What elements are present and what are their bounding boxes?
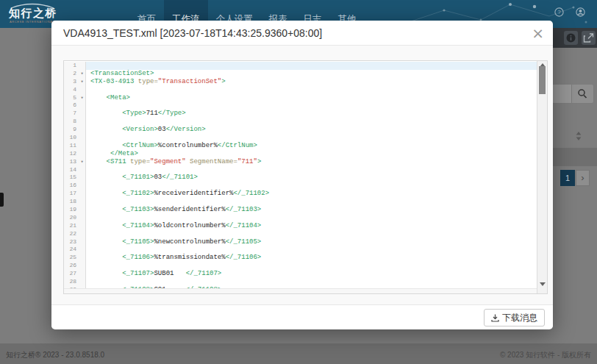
code-text: <_71106>%transmissiondate%</_71106> bbox=[86, 254, 537, 262]
line-number: 28 bbox=[64, 278, 79, 286]
fold-gutter bbox=[79, 182, 86, 190]
fold-gutter bbox=[79, 110, 86, 118]
modal-header: VDA4913_TEST.xml [2023-07-18T14:43:25.93… bbox=[51, 21, 553, 46]
scrollbar-thumb[interactable] bbox=[539, 66, 546, 94]
editor-hscrollbar[interactable] bbox=[64, 288, 537, 293]
line-number: 21 bbox=[64, 222, 79, 230]
code-text bbox=[86, 182, 537, 190]
fold-gutter bbox=[79, 101, 86, 110]
line-number: 5 bbox=[64, 94, 79, 102]
code-text bbox=[86, 230, 537, 238]
editor-vscrollbar[interactable] bbox=[537, 61, 547, 293]
code-line: 12 </Meta> bbox=[64, 150, 537, 158]
code-text: <_71107>SUB01 </_71107> bbox=[86, 270, 537, 278]
header-help-icon[interactable]: ? bbox=[554, 7, 564, 17]
line-number: 9 bbox=[64, 126, 79, 134]
code-line: 6 bbox=[64, 101, 537, 110]
code-text bbox=[86, 166, 537, 174]
fold-icon[interactable]: ▾ bbox=[79, 94, 86, 102]
code-line: 28 bbox=[64, 278, 537, 286]
fold-icon[interactable]: ▾ bbox=[79, 70, 86, 78]
fold-icon[interactable]: ▾ bbox=[79, 158, 86, 166]
line-number: 23 bbox=[64, 238, 79, 246]
fold-gutter bbox=[79, 270, 86, 278]
code-line: 7 <Type>711</Type> bbox=[64, 110, 537, 118]
code-text: <CtrlNum>%controlnumber%</CtrlNum> bbox=[86, 142, 537, 150]
logo[interactable]: 知行之桥 ARCESB INTERNATIONAL bbox=[9, 1, 56, 26]
code-line: 1 bbox=[64, 62, 537, 70]
fold-gutter bbox=[79, 166, 86, 174]
toolbar-info-button bbox=[564, 31, 578, 45]
code-text bbox=[86, 262, 537, 270]
code-rows: 12▾<TransactionSet>3▾<TX-03-4913 type="T… bbox=[64, 62, 537, 288]
footer-version-text: 知行之桥® 2023 - 23.0.8518.0 bbox=[6, 350, 104, 360]
line-number: 1 bbox=[64, 62, 79, 70]
line-number: 8 bbox=[64, 118, 79, 126]
code-line: 8 bbox=[64, 118, 537, 126]
code-text bbox=[86, 278, 537, 286]
fold-gutter bbox=[79, 230, 86, 238]
fold-gutter bbox=[79, 86, 86, 94]
download-label: 下载消息 bbox=[502, 312, 537, 324]
download-button[interactable]: 下载消息 bbox=[484, 309, 545, 326]
code-line: 25 <_71106>%transmissiondate%</_71106> bbox=[64, 254, 537, 262]
line-number: 16 bbox=[64, 182, 79, 190]
code-line: 5▾ <Meta> bbox=[64, 94, 537, 102]
code-text bbox=[86, 246, 537, 254]
modal-body: 12▾<TransactionSet>3▾<TX-03-4913 type="T… bbox=[51, 46, 553, 304]
next-page-button: › bbox=[576, 170, 590, 186]
fold-gutter bbox=[79, 278, 86, 286]
line-number: 15 bbox=[64, 174, 79, 182]
line-number: 27 bbox=[64, 270, 79, 278]
fold-gutter bbox=[79, 198, 86, 206]
line-number: 11 bbox=[64, 142, 79, 150]
logo-subtitle: ARCESB INTERNATIONAL bbox=[10, 20, 54, 24]
sort-icon bbox=[576, 132, 582, 140]
code-text bbox=[86, 86, 537, 94]
code-line: 19 <_71103>%senderidentifier%</_71103> bbox=[64, 206, 537, 214]
line-number: 2 bbox=[64, 70, 79, 78]
fold-gutter bbox=[79, 206, 86, 214]
code-line: 4 bbox=[64, 86, 537, 94]
header-user-icon[interactable] bbox=[576, 7, 585, 17]
code-editor[interactable]: 12▾<TransactionSet>3▾<TX-03-4913 type="T… bbox=[63, 60, 548, 294]
code-line: 21 <_71104>%oldcontrolnumber%</_71104> bbox=[64, 222, 537, 230]
code-text: <Type>711</Type> bbox=[86, 110, 537, 118]
line-number: 17 bbox=[64, 190, 79, 198]
code-text bbox=[86, 101, 537, 110]
fold-gutter bbox=[79, 222, 86, 230]
line-number: 22 bbox=[64, 230, 79, 238]
line-number: 14 bbox=[64, 166, 79, 174]
fold-gutter bbox=[79, 238, 86, 246]
code-line: 10 bbox=[64, 134, 537, 142]
line-number: 10 bbox=[64, 134, 79, 142]
download-icon bbox=[491, 314, 499, 322]
code-text bbox=[86, 134, 537, 142]
page-footer: 知行之桥® 2023 - 23.0.8518.0 © 2023 知行软件 - 版… bbox=[0, 343, 597, 364]
code-text bbox=[86, 62, 537, 70]
code-text bbox=[86, 198, 537, 206]
fold-icon[interactable]: ▾ bbox=[79, 78, 86, 86]
logo-title: 知行之桥 bbox=[9, 7, 57, 21]
line-number: 7 bbox=[64, 110, 79, 118]
fold-gutter bbox=[79, 150, 86, 158]
code-line: 11 <CtrlNum>%controlnumber%</CtrlNum> bbox=[64, 142, 537, 150]
fold-gutter bbox=[79, 134, 86, 142]
code-line: 14 bbox=[64, 166, 537, 174]
svg-text:?: ? bbox=[557, 9, 561, 15]
stage: 知行之桥 ARCESB INTERNATIONAL 首页工作流个人设置报表日志其… bbox=[0, 0, 597, 364]
code-line: 16 bbox=[64, 182, 537, 190]
code-line: 18 bbox=[64, 198, 537, 206]
line-number: 25 bbox=[64, 254, 79, 262]
side-tab-handle bbox=[0, 193, 4, 207]
fold-gutter bbox=[79, 142, 86, 150]
close-button[interactable]: × bbox=[532, 24, 544, 43]
code-text: <TX-03-4913 type="TransactionSet"> bbox=[86, 78, 537, 86]
search-icon bbox=[572, 85, 593, 103]
code-line: 2▾<TransactionSet> bbox=[64, 70, 537, 78]
scroll-down-arrow-icon[interactable] bbox=[540, 282, 546, 286]
chevron-right-icon: › bbox=[581, 172, 584, 183]
code-text: <TransactionSet> bbox=[86, 70, 537, 78]
fold-gutter bbox=[79, 126, 86, 134]
line-number: 4 bbox=[64, 86, 79, 94]
